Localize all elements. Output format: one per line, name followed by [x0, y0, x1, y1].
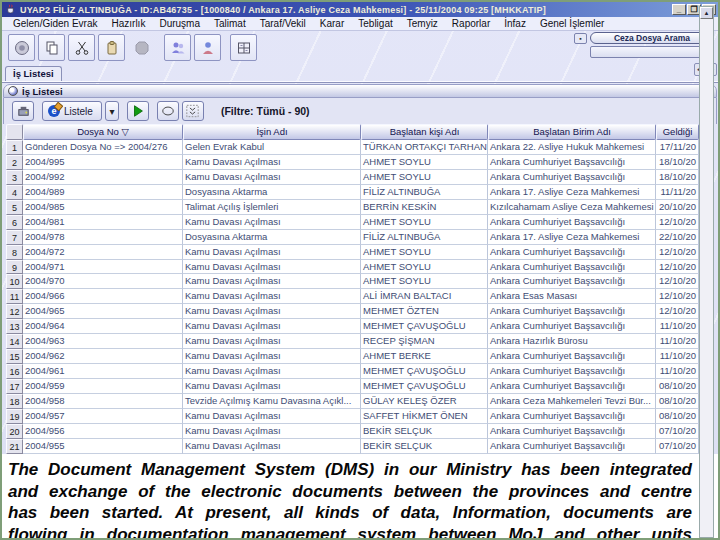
caption-line: flowing in documentation management syst…: [8, 524, 692, 539]
menu-item[interactable]: İnfaz: [497, 18, 533, 29]
table-cell: 18/10/20: [656, 155, 699, 170]
table-cell: 2004/961: [23, 364, 183, 379]
table-cell: Ankara Cumhuriyet Başsavcılığı: [488, 274, 656, 289]
table-row[interactable]: 122004/965Kamu Davası AçılmasıMEHMET ÖZT…: [6, 304, 699, 319]
table-row[interactable]: 52004/985Talimat Açılış İşlemleriBERRİN …: [6, 200, 699, 215]
menu-item[interactable]: Duruşma: [152, 18, 207, 29]
table-row[interactable]: 172004/959Kamu Davası AçılmasıMEHMET ÇAV…: [6, 379, 699, 394]
caption-line: The Document Management System (DMS) in …: [8, 459, 692, 481]
table-row[interactable]: 152004/962Kamu Davası AçılmasıAHMET BERK…: [6, 349, 699, 364]
table-row[interactable]: 102004/970Kamu Davası AçılmasıAHMET SOYL…: [6, 274, 699, 289]
table-cell: SAFFET HİKMET ÖNEN: [361, 409, 488, 424]
row-number: 10: [6, 274, 23, 289]
table-cell: Kamu Davası Açılması: [183, 439, 361, 454]
table-row[interactable]: 132004/964Kamu Davası AçılmasıMEHMET ÇAV…: [6, 319, 699, 334]
cut-icon[interactable]: [68, 34, 95, 61]
table-cell: Dosyasına Aktarma: [183, 185, 361, 200]
table-cell: Gönderen Dosya No => 2004/276: [23, 140, 183, 155]
table-row[interactable]: 112004/966Kamu Davası AçılmasıALİ İMRAN …: [6, 289, 699, 304]
user-icon[interactable]: [194, 34, 221, 61]
search-oval-icon[interactable]: [157, 101, 179, 121]
table-row[interactable]: 32004/992Kamu Davası AçılmasıAHMET SOYLU…: [6, 170, 699, 185]
menu-item[interactable]: Tebligat: [351, 18, 399, 29]
copy-icon[interactable]: [38, 34, 65, 61]
row-number: 13: [6, 319, 23, 334]
table-row[interactable]: 82004/972Kamu Davası AçılmasıAHMET SOYLU…: [6, 245, 699, 260]
table-row[interactable]: 142004/963Kamu Davası AçılmasıRECEP ŞİŞM…: [6, 334, 699, 349]
column-header[interactable]: Başlatan Birim Adı: [488, 124, 656, 140]
column-header[interactable]: İşin Adı: [183, 124, 361, 140]
menu-item[interactable]: Hazırlık: [105, 18, 153, 29]
app-icon: [5, 4, 16, 15]
run-button[interactable]: [127, 101, 149, 121]
table-cell: AHMET SOYLU: [361, 215, 488, 230]
tab-is-listesi[interactable]: İş Listesi: [5, 66, 62, 81]
table-cell: 2004/989: [23, 185, 183, 200]
table-cell: 11/10/20: [656, 334, 699, 349]
table-cell: Ankara Cumhuriyet Başsavcılığı: [488, 155, 656, 170]
search-options-button[interactable]: ▪: [574, 33, 587, 44]
table-cell: MEHMET ÇAVUŞOĞLU: [361, 364, 488, 379]
column-header[interactable]: Geldiği: [656, 124, 699, 140]
table-row[interactable]: 62004/981Kamu Davası AçılmasıAHMET SOYLU…: [6, 215, 699, 230]
table-cell: MEHMET ÇAVUŞOĞLU: [361, 379, 488, 394]
table-cell: TÜRKAN ORTAKÇI TARHAN: [361, 140, 488, 155]
table-cell: Gelen Evrak Kabul: [183, 140, 361, 155]
table-cell: 08/10/20: [656, 379, 699, 394]
info-icon[interactable]: [8, 34, 35, 61]
menu-item[interactable]: Karar: [313, 18, 351, 29]
menu-item[interactable]: Gelen/Giden Evrak: [6, 18, 105, 29]
ceza-dosya-arama-button[interactable]: Ceza Dosya Arama: [590, 32, 714, 44]
table-cell: BEKİR SELÇUK: [361, 424, 488, 439]
menu-item[interactable]: Temyiz: [400, 18, 445, 29]
table-cell: 2004/970: [23, 274, 183, 289]
table-row[interactable]: 162004/961Kamu Davası AçılmasıMEHMET ÇAV…: [6, 364, 699, 379]
criteria-icon[interactable]: [12, 101, 34, 121]
table-row[interactable]: 92004/971Kamu Davası AçılmasıAHMET SOYLU…: [6, 260, 699, 275]
table-cell: 11/11/20: [656, 185, 699, 200]
listele-dropdown-button[interactable]: ▾: [105, 101, 119, 121]
row-number: 9: [6, 260, 23, 275]
caption-scroll-up-icon[interactable]: ▲: [700, 7, 713, 19]
table-cell: Ankara Cumhuriyet Başsavcılığı: [488, 215, 656, 230]
row-number: 20: [6, 424, 23, 439]
table-row[interactable]: 182004/958Tevzide Açılmış Kamu Davasına …: [6, 394, 699, 409]
calculator-icon[interactable]: [230, 34, 257, 61]
paste-icon[interactable]: [98, 34, 125, 61]
window-title: UYAP2 FİLİZ ALTINBUĞA - ID:AB46735 - [10…: [20, 5, 671, 15]
menu-item[interactable]: Raporlar: [445, 18, 497, 29]
menu-item[interactable]: Genel İşlemler: [533, 18, 611, 29]
table-cell: 12/10/20: [656, 304, 699, 319]
table-row[interactable]: 42004/989Dosyasına AktarmaFİLİZ ALTINBUĞ…: [6, 185, 699, 200]
table-cell: AHMET SOYLU: [361, 274, 488, 289]
column-header[interactable]: Başlatan kişi Adı: [361, 124, 488, 140]
users-icon[interactable]: [164, 34, 191, 61]
table-cell: Ankara Cumhuriyet Başsavcılığı: [488, 304, 656, 319]
table-row[interactable]: 202004/956Kamu Davası AçılmasıBEKİR SELÇ…: [6, 424, 699, 439]
row-number: 21: [6, 439, 23, 454]
column-header[interactable]: Dosya No ▽: [23, 124, 183, 140]
table-cell: Kamu Davası Açılması: [183, 424, 361, 439]
listele-button[interactable]: Listele: [42, 101, 102, 121]
row-number: 8: [6, 245, 23, 260]
menu-item[interactable]: Talimat: [207, 18, 253, 29]
minimize-button[interactable]: _: [672, 4, 686, 15]
caption-scrollbar[interactable]: ▲: [699, 6, 714, 538]
table-cell: Kamu Davası Açılması: [183, 155, 361, 170]
row-number: 14: [6, 334, 23, 349]
table-row[interactable]: 1Gönderen Dosya No => 2004/276Gelen Evra…: [6, 140, 699, 155]
table-row[interactable]: 22004/995Kamu Davası AçılmasıAHMET SOYLU…: [6, 155, 699, 170]
table-cell: Ankara Cumhuriyet Başsavcılığı: [488, 260, 656, 275]
search-combobox[interactable]: ▾: [590, 46, 714, 58]
table-row[interactable]: 192004/957Kamu Davası AçılmasıSAFFET HİK…: [6, 409, 699, 424]
menu-item[interactable]: Taraf/Vekil: [253, 18, 313, 29]
table-cell: Kamu Davası Açılması: [183, 349, 361, 364]
table-cell: Ankara Cumhuriyet Başsavcılığı: [488, 439, 656, 454]
table-cell: MEHMET ÇAVUŞOĞLU: [361, 319, 488, 334]
row-number: 18: [6, 394, 23, 409]
double-chevron-icon[interactable]: [182, 101, 204, 121]
table-body: 1Gönderen Dosya No => 2004/276Gelen Evra…: [6, 140, 699, 454]
application-window: UYAP2 FİLİZ ALTINBUĞA - ID:AB46735 - [10…: [0, 0, 720, 540]
table-row[interactable]: 72004/978Dosyasına AktarmaFİLİZ ALTINBUĞ…: [6, 230, 699, 245]
table-row[interactable]: 212004/955Kamu Davası AçılmasıBEKİR SELÇ…: [6, 439, 699, 454]
